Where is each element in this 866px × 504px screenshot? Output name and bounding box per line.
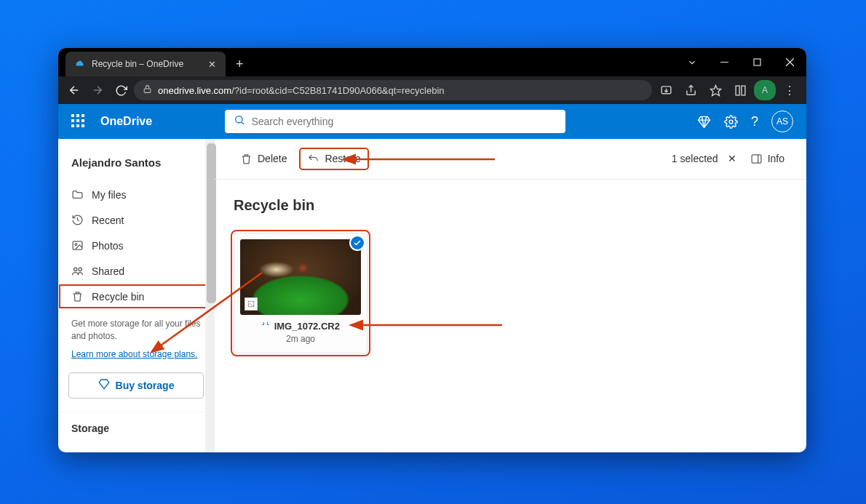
onedrive-favicon [74, 58, 86, 70]
delete-label: Delete [258, 153, 287, 164]
address-field[interactable]: onedrive.live.com/?id=root&cid=C52B81741… [134, 80, 652, 100]
folder-icon [71, 188, 84, 201]
file-type-icon [245, 297, 258, 311]
browser-titlebar: Recycle bin – OneDrive ✕ + [58, 48, 806, 76]
sidebar-item-shared[interactable]: Shared [58, 258, 214, 284]
svg-marker-24 [99, 380, 108, 389]
sidebar-scrollbar[interactable] [205, 139, 215, 452]
file-card[interactable]: IMG_1072.CR2 2m ago [234, 233, 368, 353]
app-launcher-icon[interactable] [71, 114, 86, 129]
sidebar-item-my-files[interactable]: My files [58, 182, 214, 207]
search-input[interactable] [251, 116, 557, 127]
page-title: Recycle bin [234, 197, 787, 214]
sidebar-item-label: Shared [92, 265, 124, 277]
browser-address-bar: onedrive.live.com/?id=root&cid=C52B81741… [58, 76, 806, 104]
url-text: onedrive.live.com/?id=root&cid=C52B81741… [158, 85, 445, 96]
new-tab-button[interactable]: + [226, 52, 254, 76]
svg-rect-25 [752, 154, 761, 162]
search-box[interactable] [225, 110, 565, 133]
raw-file-icon [261, 321, 270, 332]
svg-rect-12 [741, 86, 744, 95]
shared-icon [71, 265, 84, 277]
help-icon[interactable]: ? [751, 114, 758, 129]
trash-icon [240, 153, 253, 165]
file-thumbnail [240, 239, 361, 315]
svg-rect-11 [736, 86, 739, 95]
svg-rect-6 [144, 89, 151, 92]
annotation-arrow [357, 319, 502, 334]
sidebar-item-label: Photos [92, 240, 124, 252]
storage-promo-text: Get more storage for all your files and … [58, 309, 214, 348]
window-close-icon[interactable] [774, 48, 806, 76]
svg-point-19 [729, 120, 733, 124]
window-dropdown-icon[interactable] [675, 48, 708, 76]
svg-point-13 [236, 116, 242, 123]
browser-tab[interactable]: Recycle bin – OneDrive ✕ [65, 52, 226, 76]
sidebar-item-label: My files [92, 189, 126, 201]
photos-icon [71, 239, 84, 252]
svg-line-14 [242, 122, 245, 124]
svg-point-22 [74, 268, 77, 271]
svg-rect-20 [73, 241, 82, 249]
app-brand[interactable]: OneDrive [100, 115, 152, 128]
owner-name: Alejandro Santos [58, 151, 214, 182]
settings-gear-icon[interactable] [724, 115, 738, 129]
buy-storage-button[interactable]: Buy storage [68, 372, 204, 399]
premium-icon[interactable] [697, 115, 711, 129]
sidebar-item-label: Recycle bin [92, 291, 144, 303]
svg-line-3 [786, 58, 794, 66]
recycle-bin-icon [71, 290, 84, 303]
nav-reload-icon[interactable] [111, 80, 131, 100]
sidebar-item-recent[interactable]: Recent [58, 207, 214, 233]
storage-promo-link[interactable]: Learn more about storage plans. [58, 349, 210, 369]
svg-point-21 [75, 244, 77, 246]
account-avatar[interactable]: AS [771, 111, 793, 132]
storage-heading: Storage [58, 412, 214, 434]
window-maximize-icon[interactable] [741, 48, 774, 76]
command-bar: Delete Restore 1 selected ✕ Info [234, 139, 787, 179]
selected-check-icon[interactable] [349, 235, 365, 251]
delete-button[interactable]: Delete [234, 149, 293, 169]
tab-close-icon[interactable]: ✕ [205, 59, 218, 70]
tab-title: Recycle bin – OneDrive [92, 59, 199, 69]
sidebar-item-recycle-bin[interactable]: Recycle bin [58, 284, 214, 309]
restore-button[interactable]: Restore [301, 149, 367, 169]
nav-forward-icon[interactable] [87, 80, 108, 100]
sidebar-item-label: Recent [92, 215, 124, 226]
svg-marker-10 [710, 85, 720, 95]
browser-window: Recycle bin – OneDrive ✕ + onedrive.live… [58, 48, 806, 452]
buy-storage-label: Buy storage [116, 380, 175, 391]
info-button[interactable]: Info [747, 149, 787, 169]
share-icon[interactable] [680, 80, 702, 100]
browser-menu-icon[interactable]: ⋮ [779, 80, 801, 100]
app-header: OneDrive ? AS [58, 104, 806, 139]
info-panel-icon [750, 153, 763, 165]
svg-line-2 [786, 58, 794, 66]
main-content: Delete Restore 1 selected ✕ Info Recycle… [215, 139, 806, 452]
bookmark-star-icon[interactable] [704, 80, 726, 100]
install-app-icon[interactable] [655, 80, 677, 100]
file-name: IMG_1072.CR2 [240, 321, 361, 332]
extensions-icon[interactable] [729, 80, 751, 100]
sidebar: Alejandro Santos My files Recent Photos … [58, 139, 215, 452]
selection-count: 1 selected ✕ [672, 151, 740, 167]
file-age: 2m ago [240, 334, 361, 344]
restore-label: Restore [325, 153, 360, 164]
recent-icon [71, 214, 84, 226]
svg-rect-1 [754, 59, 760, 65]
undo-icon [307, 153, 319, 165]
clear-selection-icon[interactable]: ✕ [724, 151, 740, 167]
window-minimize-icon[interactable] [708, 48, 741, 76]
profile-badge[interactable]: A [754, 80, 776, 100]
search-icon [234, 114, 245, 129]
sidebar-item-photos[interactable]: Photos [58, 233, 214, 258]
info-label: Info [768, 153, 784, 164]
nav-back-icon[interactable] [64, 80, 84, 100]
svg-point-23 [79, 268, 82, 271]
lock-icon [143, 84, 152, 96]
diamond-icon [98, 378, 110, 392]
